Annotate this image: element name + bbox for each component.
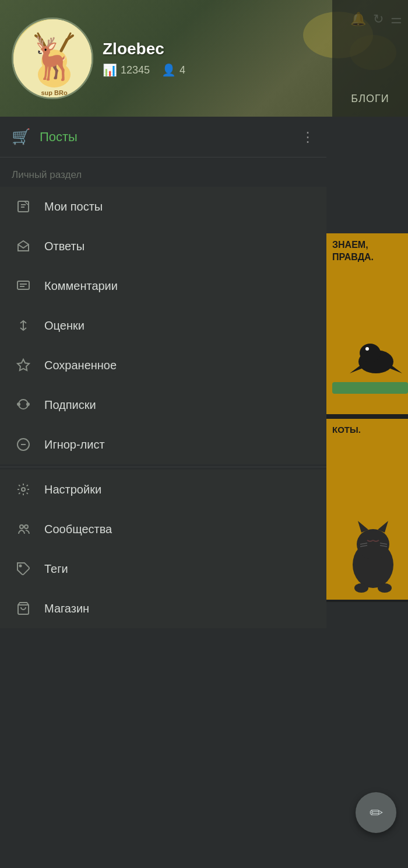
svg-line-7 [36, 36, 41, 40]
user-info: Zloebec 📊 12345 👤 4 [103, 40, 396, 77]
communities-label: Сообщества [44, 523, 112, 536]
posts-more-button[interactable]: ⋮ [301, 129, 315, 145]
header-content: sup BRo Zloebec 📊 12345 👤 4 [0, 0, 408, 111]
svg-point-31 [360, 344, 381, 362]
svg-line-6 [41, 40, 47, 51]
user-stats: 📊 12345 👤 4 [103, 63, 396, 77]
menu-item-communities[interactable]: Сообщества [0, 509, 326, 549]
settings-menu: Настройки Сообщества [0, 470, 326, 628]
ignore-list-label: Игнор-лист [44, 438, 105, 452]
svg-line-10 [67, 36, 73, 40]
fab-edit-icon: ✏ [370, 803, 383, 822]
saved-icon [12, 358, 35, 372]
svg-point-22 [27, 403, 29, 405]
svg-point-26 [20, 525, 23, 528]
menu-item-comments[interactable]: Комментарии [0, 266, 326, 306]
username: Zloebec [103, 40, 396, 58]
menu-divider [0, 467, 326, 467]
svg-point-25 [22, 488, 25, 491]
menu-item-shop[interactable]: Магазин [0, 589, 326, 628]
right-panel: ЗНАЕМ,ПРАВДА. КОТЫ. [326, 233, 408, 602]
saved-label: Сохраненное [44, 359, 117, 372]
shop-label: Магазин [44, 602, 89, 615]
avatar[interactable]: sup BRo [12, 18, 93, 99]
answers-label: Ответы [44, 240, 85, 253]
menu-item-ignore-list[interactable]: Игнор-лист [0, 425, 326, 464]
followers-value: 4 [180, 64, 185, 76]
comments-icon [12, 279, 35, 293]
followers-stat: 👤 4 [161, 63, 185, 77]
comic-text-2: КОТЫ. [332, 425, 402, 435]
svg-point-3 [48, 57, 51, 61]
svg-point-42 [354, 583, 368, 593]
comic-card-2: КОТЫ. [326, 419, 408, 600]
shop-icon [12, 601, 35, 615]
svg-text:sup BRo: sup BRo [41, 89, 68, 96]
ignore-list-icon [12, 438, 35, 452]
menu-item-settings[interactable]: Настройки [0, 470, 326, 509]
main-layout: 🛒 Посты ⋮ Личный раздел Мои посты [0, 117, 408, 628]
avatar-image: sup BRo [13, 19, 92, 97]
score-stat: 📊 12345 [103, 63, 150, 77]
fab-edit-button[interactable]: ✏ [356, 792, 396, 833]
svg-line-9 [61, 40, 67, 51]
svg-point-1 [38, 62, 71, 88]
svg-rect-16 [17, 281, 29, 289]
my-posts-icon [12, 200, 35, 214]
settings-label: Настройки [44, 483, 101, 496]
svg-point-4 [57, 57, 61, 61]
header: sup BRo Zloebec 📊 12345 👤 4 🔔 ↻ ⚌ БЛ [0, 0, 408, 117]
ratings-icon [12, 318, 35, 332]
svg-point-5 [51, 62, 57, 65]
comments-label: Комментарии [44, 279, 118, 293]
settings-icon [12, 482, 35, 496]
menu-item-answers[interactable]: Ответы [0, 226, 326, 266]
svg-line-11 [67, 33, 71, 40]
posts-bar: 🛒 Посты ⋮ [0, 117, 326, 158]
ratings-label: Оценки [44, 319, 85, 332]
personal-menu: Мои посты Ответы [0, 187, 326, 464]
personal-section-label: Личный раздел [0, 158, 326, 187]
svg-point-27 [24, 525, 28, 528]
menu-item-my-posts[interactable]: Мои посты [0, 187, 326, 226]
svg-rect-33 [332, 382, 408, 394]
menu-item-saved[interactable]: Сохраненное [0, 345, 326, 385]
score-value: 12345 [121, 64, 150, 76]
menu-item-subscriptions[interactable]: Подписки [0, 385, 326, 425]
tags-icon [12, 562, 35, 576]
followers-icon: 👤 [161, 63, 176, 77]
svg-point-28 [20, 565, 22, 567]
comic-text-1: ЗНАЕМ,ПРАВДА. [332, 239, 402, 264]
posts-label[interactable]: Посты [40, 130, 301, 145]
score-icon: 📊 [103, 63, 117, 77]
svg-point-2 [41, 50, 67, 73]
svg-marker-20 [17, 359, 29, 370]
answers-icon [12, 239, 35, 253]
svg-point-43 [378, 583, 392, 593]
comic-card-1: ЗНАЕМ,ПРАВДА. [326, 233, 408, 414]
menu-item-ratings[interactable]: Оценки [0, 306, 326, 345]
svg-point-21 [17, 403, 20, 405]
tags-label: Теги [44, 562, 68, 576]
subscriptions-label: Подписки [44, 398, 96, 412]
communities-icon [12, 522, 35, 536]
svg-point-32 [365, 347, 369, 351]
menu-item-tags[interactable]: Теги [0, 549, 326, 589]
subscriptions-icon [12, 398, 35, 412]
posts-icon: 🛒 [12, 128, 30, 146]
my-posts-label: Мои посты [44, 200, 103, 214]
left-panel: 🛒 Посты ⋮ Личный раздел Мои посты [0, 117, 326, 628]
svg-line-8 [38, 33, 41, 40]
